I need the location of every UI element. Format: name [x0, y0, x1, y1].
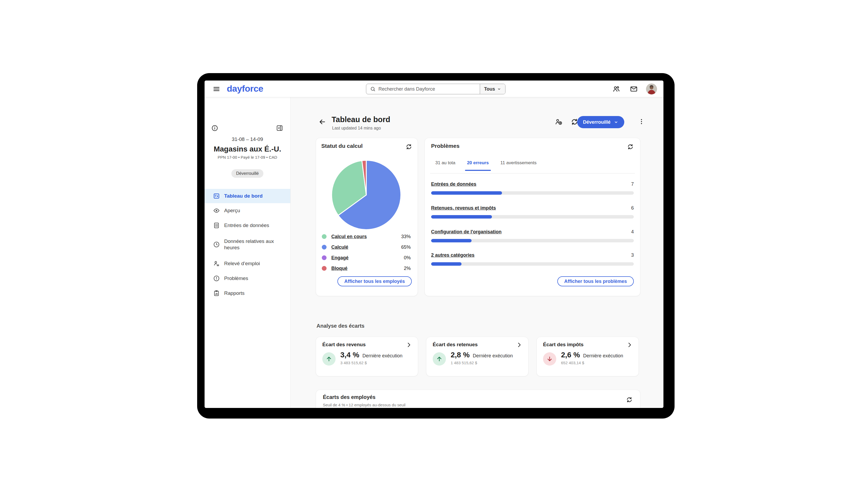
legend-dot	[322, 266, 327, 271]
sidebar-item-problemes[interactable]: Problèmes	[205, 271, 290, 286]
variance-card-retenues[interactable]: Écart des retenues 2,8 % Dernière exécut…	[426, 337, 528, 376]
hamburger-menu-icon[interactable]	[213, 85, 220, 93]
employee-variance-title: Écarts des employés	[323, 394, 375, 400]
reports-icon	[213, 290, 220, 297]
legend-label-link[interactable]: Engagé	[331, 255, 348, 261]
legend-value: 65%	[401, 244, 411, 250]
variance-exec-label: Dernière exécution	[473, 353, 513, 359]
variance-card-title: Écart des impôts	[543, 342, 584, 348]
sidebar-item-label: Relevé d’emploi	[224, 260, 260, 267]
dayforce-logo: dayforce	[227, 83, 263, 94]
alert-circle-icon	[213, 275, 220, 282]
issue-progress-track	[431, 191, 634, 195]
issue-count: 4	[631, 229, 634, 235]
eye-icon	[213, 207, 220, 214]
legend-label-link[interactable]: Bloqué	[331, 266, 347, 271]
issue-category-link[interactable]: 2 autres catégories	[431, 253, 474, 258]
issues-title: Problèmes	[431, 143, 459, 149]
back-arrow-icon[interactable]	[318, 118, 326, 126]
issue-progress-track	[431, 215, 634, 219]
search-scope-label: Tous	[484, 86, 495, 92]
legend-label-link[interactable]: Calcul en cours	[331, 234, 367, 239]
dashboard-icon	[213, 193, 220, 199]
data-entry-icon	[213, 222, 220, 229]
issues-card: Problèmes 31 au tota 20 erreurs 11 avert…	[425, 138, 641, 296]
status-badge: Déverrouillé	[231, 169, 263, 178]
issue-progress-fill	[431, 191, 502, 195]
top-bar: dayforce Tous	[205, 81, 663, 97]
messages-icon[interactable]	[630, 85, 638, 93]
team-relate-icon[interactable]	[612, 85, 620, 93]
sidebar-item-donnees-heures[interactable]: Données relatives aux heures	[205, 233, 290, 256]
legend-dot	[322, 255, 327, 260]
chevron-right-icon	[626, 342, 633, 348]
tab-warnings[interactable]: 11 avertissements	[500, 160, 537, 171]
variance-exec-label: Dernière exécution	[363, 353, 403, 359]
collapse-panel-icon[interactable]	[276, 124, 283, 132]
calc-status-pie-chart[interactable]	[330, 159, 402, 231]
issues-tabs: 31 au tota 20 erreurs 11 avertissements	[435, 160, 537, 171]
sidebar-item-label: Aperçu	[224, 207, 240, 214]
variance-section-title: Analyse des écarts	[316, 323, 364, 329]
legend-value: 0%	[404, 255, 411, 261]
status-dropdown-button[interactable]: Déverrouillé	[577, 116, 624, 128]
sidebar-item-label: Données relatives aux heures	[224, 238, 285, 251]
legend-dot	[322, 245, 327, 250]
issue-progress-fill	[431, 239, 472, 242]
tab-total[interactable]: 31 au tota	[435, 160, 456, 171]
chevron-down-icon	[614, 120, 618, 124]
sidebar-item-label: Rapports	[224, 290, 245, 296]
issue-category-row: Entrées de données 7	[431, 181, 634, 195]
search-scope-dropdown[interactable]: Tous	[480, 84, 505, 94]
info-icon[interactable]	[211, 124, 218, 132]
sidebar-item-releve-emploi[interactable]: Relevé d’emploi	[205, 256, 290, 271]
variance-amount: 652 403,14 $	[561, 361, 623, 365]
issue-category-link[interactable]: Retenues, revenus et impôts	[431, 205, 496, 211]
chevron-right-icon	[516, 342, 522, 348]
view-all-employees-button[interactable]: Afficher tous les employés	[337, 276, 412, 286]
employee-sync-icon[interactable]	[555, 118, 563, 126]
calc-status-title: Statut du calcul	[321, 143, 363, 149]
tab-errors[interactable]: 20 erreurs	[467, 160, 489, 171]
trend-down-icon	[543, 352, 556, 366]
pay-group-details: PPN 17-00 • Payé le 17-09 • CAD	[205, 155, 290, 160]
refresh-icon[interactable]	[627, 143, 634, 150]
employee-variance-card: Écarts des employés Seuil de 4 % • 12 em…	[316, 390, 641, 408]
global-search[interactable]: Tous	[366, 84, 505, 94]
issue-category-row: 2 autres catégories 3	[431, 253, 634, 266]
more-options-icon[interactable]	[638, 118, 645, 125]
app-window: dayforce Tous	[205, 81, 663, 408]
issue-category-link[interactable]: Configuration de l'organisation	[431, 229, 501, 235]
user-avatar[interactable]	[646, 83, 657, 94]
search-input[interactable]	[376, 86, 480, 92]
variance-card-impots[interactable]: Écart des impôts 2,6 % Dernière exécutio…	[536, 337, 639, 376]
issue-category-row: Retenues, revenus et impôts 6	[431, 205, 634, 219]
sidebar-item-rapports[interactable]: Rapports	[205, 286, 290, 301]
chevron-down-icon	[497, 87, 501, 91]
threshold-subtitle: Seuil de 4 % • 12 employés au-dessus du …	[323, 403, 405, 407]
variance-card-revenus[interactable]: Écart des revenus 3,4 % Dernière exécuti…	[316, 337, 418, 376]
main-content: Tableau de bord Last updated 14 mins ago…	[290, 97, 663, 408]
sidebar-item-entrees-de-donnees[interactable]: Entrées de données	[205, 218, 290, 233]
issue-count: 6	[631, 205, 634, 211]
variance-percent: 2,6 %	[561, 351, 580, 359]
sidebar-item-label: Entrées de données	[224, 222, 269, 229]
issue-progress-fill	[431, 262, 462, 266]
pie-legend: Calcul en cours 33% Calculé 65% Engagé 0…	[316, 231, 417, 274]
view-all-issues-button[interactable]: Afficher tous les problèmes	[557, 276, 634, 286]
issue-category-link[interactable]: Entrées de données	[431, 181, 476, 187]
sidebar-item-label: Tableau de bord	[224, 193, 262, 199]
legend-dot	[322, 234, 327, 239]
issue-progress-track	[431, 262, 634, 266]
sidebar-item-apercu[interactable]: Aperçu	[205, 203, 290, 218]
legend-label-link[interactable]: Calculé	[331, 244, 348, 250]
pay-group-title: Magasins aux É.-U.	[205, 145, 290, 153]
legend-row: Calcul en cours 33%	[316, 231, 417, 242]
refresh-icon[interactable]	[626, 396, 633, 403]
sidebar-item-tableau-de-bord[interactable]: Tableau de bord	[205, 189, 290, 203]
clock-icon	[213, 241, 220, 248]
sidebar-menu: Tableau de bord Aperçu Entrées de donnée…	[205, 189, 290, 301]
refresh-icon[interactable]	[405, 143, 412, 150]
variance-amount: 3 483 515,62 $	[340, 361, 403, 365]
legend-value: 33%	[401, 234, 411, 239]
